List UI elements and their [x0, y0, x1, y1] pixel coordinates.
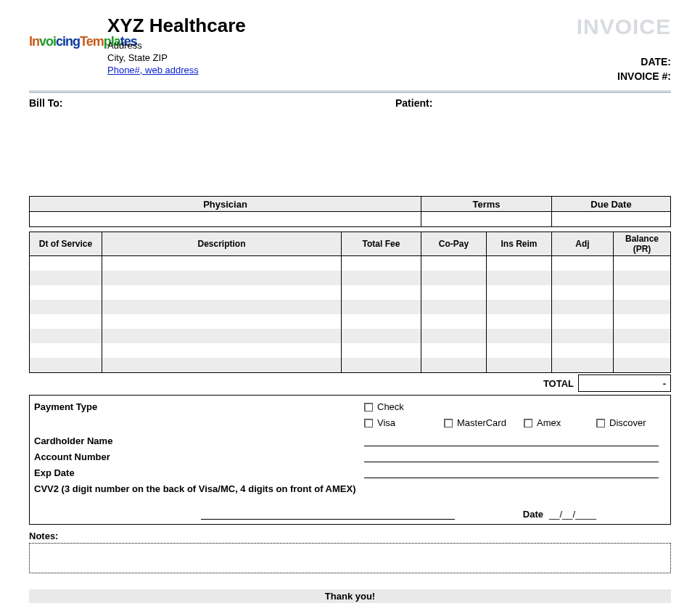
item-cell-copay[interactable]	[421, 300, 487, 314]
summary-physician-value[interactable]	[30, 212, 421, 227]
checkbox-mastercard[interactable]	[444, 419, 453, 427]
col-co-pay: Co-Pay	[421, 232, 487, 256]
item-cell-reim[interactable]	[487, 285, 552, 300]
bill-to-label: Bill To:	[29, 97, 395, 109]
item-cell-dt[interactable]	[30, 271, 102, 285]
checkbox-visa[interactable]	[364, 419, 373, 427]
item-cell-bal[interactable]	[614, 256, 671, 271]
item-cell-bal[interactable]	[614, 300, 671, 314]
exp-field[interactable]	[364, 467, 659, 478]
item-cell-fee[interactable]	[342, 329, 421, 343]
item-cell-dt[interactable]	[30, 300, 102, 314]
item-cell-reim[interactable]	[487, 329, 552, 343]
item-cell-bal[interactable]	[614, 314, 671, 329]
item-cell-copay[interactable]	[421, 256, 487, 271]
signature-date-value[interactable]: __/__/____	[549, 509, 651, 520]
item-cell-adj[interactable]	[552, 271, 614, 285]
item-cell-dt[interactable]	[30, 343, 102, 358]
summary-header-terms: Terms	[421, 197, 552, 212]
item-cell-desc[interactable]	[102, 300, 342, 314]
col-dt-of-service: Dt of Service	[30, 232, 102, 256]
summary-due-date-value[interactable]	[552, 212, 671, 227]
item-cell-bal[interactable]	[614, 271, 671, 285]
total-value: -	[579, 375, 671, 392]
item-cell-adj[interactable]	[552, 329, 614, 343]
item-cell-fee[interactable]	[342, 271, 421, 285]
summary-table: Physician Terms Due Date	[29, 196, 671, 227]
item-cell-copay[interactable]	[421, 329, 487, 343]
item-cell-bal[interactable]	[614, 343, 671, 358]
item-cell-reim[interactable]	[487, 256, 552, 271]
item-cell-reim[interactable]	[487, 358, 552, 373]
signature-date-label: Date	[513, 509, 549, 520]
payopt-mastercard: MasterCard	[457, 417, 506, 428]
total-row: TOTAL -	[29, 374, 671, 392]
item-cell-desc[interactable]	[102, 256, 342, 271]
item-cell-desc[interactable]	[102, 285, 342, 300]
item-cell-bal[interactable]	[614, 358, 671, 373]
item-cell-adj[interactable]	[552, 300, 614, 314]
item-cell-copay[interactable]	[421, 314, 487, 329]
notes-label: Notes:	[29, 531, 671, 541]
cvv-label: CVV2 (3 digit number on the back of Visa…	[34, 483, 364, 494]
account-field[interactable]	[364, 451, 659, 462]
company-address-2: City, State ZIP	[107, 52, 477, 65]
logo-part-3: cing	[56, 34, 80, 49]
payopt-check: Check	[377, 401, 404, 412]
logo: InvoicingTemplates	[29, 35, 102, 48]
item-cell-fee[interactable]	[342, 358, 421, 373]
cardholder-label: Cardholder Name	[34, 435, 364, 446]
item-cell-adj[interactable]	[552, 343, 614, 358]
item-cell-dt[interactable]	[30, 358, 102, 373]
item-cell-fee[interactable]	[342, 314, 421, 329]
summary-header-physician: Physician	[30, 197, 421, 212]
company-name: XYZ Healthcare	[107, 15, 477, 37]
invoice-title: INVOICE	[482, 15, 671, 39]
checkbox-check[interactable]	[364, 403, 373, 411]
signature-line[interactable]	[201, 509, 455, 520]
item-cell-copay[interactable]	[421, 358, 487, 373]
item-cell-dt[interactable]	[30, 256, 102, 271]
checkbox-amex[interactable]	[524, 419, 532, 427]
item-cell-copay[interactable]	[421, 271, 487, 285]
checkbox-discover[interactable]	[596, 419, 605, 427]
col-balance-pr: Balance (PR)	[614, 232, 671, 256]
summary-terms-value[interactable]	[421, 212, 552, 227]
meta-date-label: DATE:	[482, 55, 671, 70]
header-divider	[29, 91, 671, 93]
item-cell-reim[interactable]	[487, 314, 552, 329]
item-cell-desc[interactable]	[102, 271, 342, 285]
item-cell-adj[interactable]	[552, 256, 614, 271]
item-cell-adj[interactable]	[552, 285, 614, 300]
item-cell-fee[interactable]	[342, 343, 421, 358]
payment-box: Payment Type Check Visa MasterCard Amex …	[29, 395, 671, 525]
item-cell-reim[interactable]	[487, 271, 552, 285]
summary-header-due-date: Due Date	[552, 197, 671, 212]
item-cell-fee[interactable]	[342, 256, 421, 271]
cardholder-field[interactable]	[364, 435, 659, 446]
payment-type-label: Payment Type	[34, 401, 364, 412]
item-cell-dt[interactable]	[30, 285, 102, 300]
item-cell-desc[interactable]	[102, 358, 342, 373]
item-cell-bal[interactable]	[614, 285, 671, 300]
item-cell-copay[interactable]	[421, 285, 487, 300]
item-cell-dt[interactable]	[30, 329, 102, 343]
item-cell-desc[interactable]	[102, 343, 342, 358]
item-cell-adj[interactable]	[552, 358, 614, 373]
patient-label: Patient:	[395, 97, 671, 109]
col-adj: Adj	[552, 232, 614, 256]
notes-box[interactable]	[29, 543, 671, 573]
item-cell-reim[interactable]	[487, 343, 552, 358]
item-cell-bal[interactable]	[614, 329, 671, 343]
total-label: TOTAL	[29, 375, 579, 392]
item-cell-desc[interactable]	[102, 329, 342, 343]
item-cell-dt[interactable]	[30, 314, 102, 329]
meta-invoice-label: INVOICE #:	[482, 70, 671, 84]
item-cell-fee[interactable]	[342, 300, 421, 314]
item-cell-copay[interactable]	[421, 343, 487, 358]
item-cell-desc[interactable]	[102, 314, 342, 329]
item-cell-reim[interactable]	[487, 300, 552, 314]
item-cell-adj[interactable]	[552, 314, 614, 329]
company-contact-link[interactable]: Phone#, web address	[107, 65, 199, 75]
item-cell-fee[interactable]	[342, 285, 421, 300]
